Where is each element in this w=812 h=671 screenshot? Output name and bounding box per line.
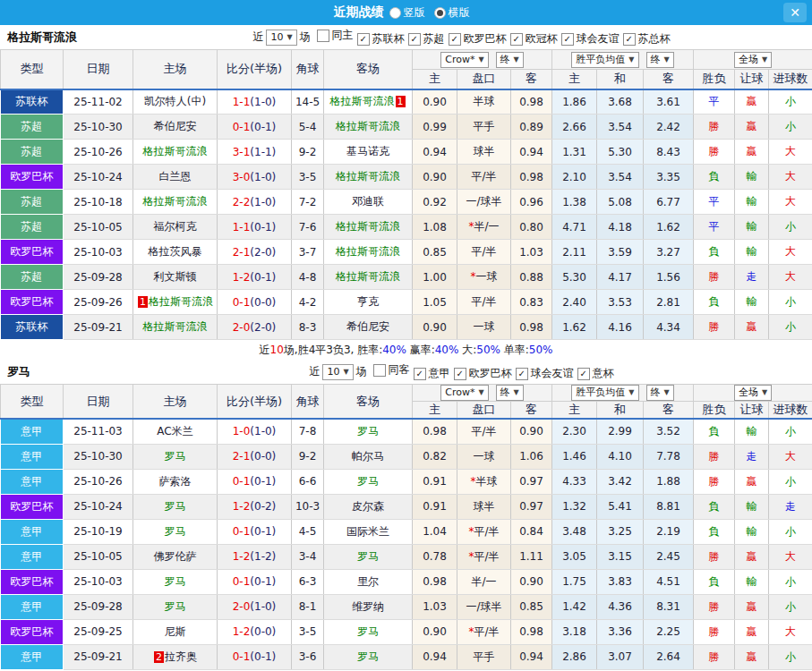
fulltime-score: 1-2 [233,271,251,284]
mean-select[interactable]: 胜平负均值▼ [571,385,638,401]
filter-checkbox[interactable]: ✓ [623,33,636,46]
final-mean-value: 终 [651,386,661,399]
handicap-result-cell: 輸 [735,165,769,190]
home-team-cell: 福尔柯克 [133,215,218,240]
odds-away-cell: 0.94 [511,140,552,165]
filter-checkbox[interactable]: ✓ [577,368,590,380]
home-team-name: 尼斯 [165,625,186,638]
date-cell: 25-10-26 [64,140,133,165]
halftime-score: (2-0) [250,246,276,259]
odds-away-cell: 0.98 [511,165,552,190]
mean-select[interactable]: 胜平负均值▼ [571,52,638,68]
filter-checkbox[interactable]: ✓ [516,368,528,380]
date-cell: 25-10-24 [64,494,133,519]
league-filter: ✓欧罗巴杯 [450,366,512,381]
goals-result-cell: 小 [769,469,812,494]
summary-part: 大: [458,343,476,358]
filter-checkbox[interactable]: ✓ [414,368,426,380]
filter-checkbox[interactable]: ✓ [408,33,421,46]
close-button[interactable]: ✕ [783,3,807,22]
goals-result-cell: 小 [769,290,812,315]
vertical-layout-radio[interactable] [389,7,401,19]
handicap-cell: *平/半 [457,619,511,644]
score-cell: 0-1(0-1) [218,469,292,494]
away-team-name: 罗马 [357,425,379,437]
bookmaker-select[interactable]: Crow*▼ [440,385,488,401]
matches-label: 场 [356,364,367,379]
corner-cell: 3-6 [292,644,324,669]
halftime-score: (1-0) [250,600,276,613]
chevron-down-icon: ▼ [514,386,519,399]
fulltime-score: 0-1 [233,575,251,588]
record-summary: 近10场,胜4平3负3, 胜率:40% 赢率:40% 大:50% 单率:50% [0,340,812,360]
home-team-cell: 罗马 [133,519,218,544]
home-team-name: 格拉斯哥流浪 [143,145,208,157]
handicap-cell: 平手 [457,644,511,669]
col-header-odds-home: 主 [413,70,457,89]
final-mean-select[interactable]: 终▼ [646,385,674,401]
mean-home-cell: 3.48 [552,519,597,544]
away-team-name: 格拉斯哥流浪 [336,245,400,258]
filter-checkbox[interactable]: ✓ [561,33,574,46]
scope-select[interactable]: 全场▼ [734,385,772,401]
filter-checkbox[interactable]: ✓ [454,368,466,380]
score-cell: 0-1(0-1) [218,115,292,140]
league-filter: ✓欧冠杯 [507,31,558,47]
scope-select[interactable]: 全场▼ [734,52,772,68]
mean-home-cell: 1.31 [552,140,597,165]
away-team-cell: 格拉斯哥流浪 [324,165,413,190]
match-row: 意甲25-11-03AC米兰1-0(1-0)7-8罗马0.98平/半0.902.… [1,419,812,444]
handicap-cell: 平/半 [457,419,511,444]
away-team-cell: 格拉斯哥流浪1 [324,89,413,115]
final-odds-select[interactable]: 终▼ [496,385,524,401]
odds-home-cell: 1.05 [413,290,457,315]
handicap-result-cell: 贏 [735,469,769,494]
away-team-cell: 罗马 [324,419,413,444]
handicap-cell: 一/球半 [457,190,511,215]
away-team-cell: 国际米兰 [324,519,413,544]
filter-checkbox[interactable] [373,364,386,377]
horizontal-layout-radio[interactable] [434,7,446,19]
fulltime-score: 0-1 [233,525,251,538]
fulltime-score: 0-1 [233,121,251,133]
col-header-result: 胜负 [694,402,735,420]
match-count-select[interactable]: 10▼ [322,364,353,380]
handicap-cell: *平/半 [457,544,511,569]
odds-away-cell: 0.94 [511,644,552,669]
score-cell: 1-1(0-1) [218,215,292,240]
mean-home-cell: 1.46 [552,444,597,469]
filter-checkbox[interactable] [317,30,329,42]
final-odds-select[interactable]: 终▼ [496,52,524,68]
goals-result-cell: 大 [769,444,812,469]
match-count-select[interactable]: 10▼ [266,30,296,46]
league-filter: ✓苏超 [405,31,445,47]
match-row: 欧罗巴杯25-09-261格拉斯哥流浪0-1(0-0)4-2亨克1.05平/半0… [1,290,812,315]
summary-part: 场,胜4平3负3, 胜率: [284,343,382,358]
filter-checkbox[interactable]: ✓ [510,33,523,46]
summary-part: 赢率: [406,343,435,358]
away-team-name: 皮尔森 [352,500,384,513]
bookmaker-select[interactable]: Crow*▼ [440,52,488,68]
league-type-cell: 欧罗巴杯 [1,569,64,594]
handicap-value: 球半 [474,500,495,513]
goals-result-cell: 小 [769,315,812,340]
mean-away-cell: 1.62 [644,215,694,240]
corner-cell: 9-2 [292,444,324,469]
handicap-cell: 一球 [457,444,511,469]
match-row: 意甲25-10-26萨索洛0-1(0-1)6-6罗马0.91*半球0.974.3… [1,469,812,494]
goals-result-cell: 走 [769,494,812,519]
handicap-result-cell: 輸 [735,240,769,265]
home-team-cell: 佛罗伦萨 [133,544,218,569]
away-team-name: 罗马 [357,550,379,563]
league-type-cell: 意甲 [1,444,64,469]
away-team-cell: 罗马 [324,644,413,669]
away-team-cell: 格拉斯哥流浪 [324,215,413,240]
filter-checkbox[interactable]: ✓ [449,33,461,46]
away-team-name: 基马诺克 [346,145,389,157]
league-type-cell: 意甲 [1,594,64,619]
fulltime-score: 1-1 [233,96,251,108]
scope-select-value: 全场 [739,54,758,66]
mean-draw-cell: 4.16 [597,315,644,340]
filter-checkbox[interactable]: ✓ [357,33,370,46]
final-mean-select[interactable]: 终▼ [646,52,674,68]
